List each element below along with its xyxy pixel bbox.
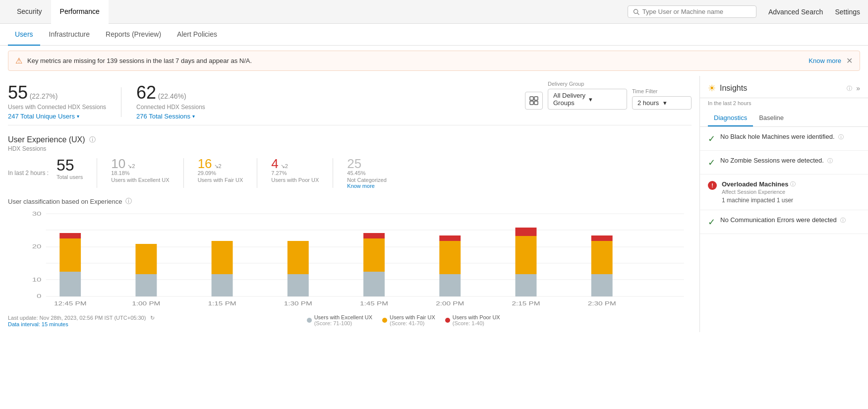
search-input[interactable] [642, 8, 751, 15]
alert-banner: ⚠ Key metrics are missing for 139 sessio… [8, 51, 860, 71]
svg-text:10: 10 [32, 277, 42, 283]
svg-text:30: 30 [32, 211, 42, 217]
know-more-link[interactable]: Know more [809, 57, 841, 64]
chart-title: User classification based on Experience [8, 198, 122, 205]
insight-comm-errors-text: No Communication Errors were detected [720, 216, 837, 224]
ux-poor-label: Users with Poor UX [271, 177, 319, 183]
ux-metric-divider-3 [257, 158, 257, 188]
insight-item-comm-errors: ✓ No Communication Errors were detected … [700, 210, 868, 234]
delivery-group-label: Delivery Group [548, 81, 627, 87]
ux-poor-pct: 7.27% [271, 170, 319, 176]
ux-poor-value: 4 [271, 157, 278, 170]
svg-rect-35 [591, 241, 613, 274]
stats-filters-row: 55 (22.27%) Users with Connected HDX Ses… [8, 76, 692, 125]
stats-row: 55 (22.27%) Users with Connected HDX Ses… [8, 76, 525, 125]
insights-tab-diagnostics[interactable]: Diagnostics [708, 110, 753, 126]
svg-rect-36 [591, 235, 613, 241]
insights-tab-baseline[interactable]: Baseline [753, 110, 790, 126]
insight-zombie-content: No Zombie Sessions were detected. ⓘ [720, 157, 833, 165]
data-interval-link[interactable]: Data interval: 15 minutes [8, 321, 155, 327]
insight-comm-errors-info-icon[interactable]: ⓘ [840, 217, 846, 223]
svg-rect-26 [363, 238, 385, 272]
ux-nc-pct: 45.45% [347, 170, 387, 176]
insight-overloaded-subtitle: Affect Session Experience [722, 189, 796, 195]
insight-item-zombie: ✓ No Zombie Sessions were detected. ⓘ [700, 151, 868, 175]
insight-comm-errors-content: No Communication Errors were detected ⓘ [720, 216, 846, 224]
insight-overloaded-info-icon[interactable]: ⓘ [790, 180, 796, 188]
connected-users-number: 55 [8, 82, 28, 103]
sub-tab-reports[interactable]: Reports (Preview) [99, 24, 168, 46]
svg-rect-29 [439, 241, 461, 274]
svg-text:1:15 PM: 1:15 PM [208, 301, 236, 307]
svg-rect-19 [135, 274, 157, 296]
svg-rect-25 [363, 272, 385, 296]
legend-excellent-dot [307, 318, 312, 323]
advanced-search-link[interactable]: Advanced Search [768, 8, 823, 16]
top-nav: Security Performance Advanced Search Set… [0, 0, 868, 24]
settings-link[interactable]: Settings [835, 8, 860, 16]
svg-rect-22 [212, 241, 233, 274]
svg-rect-2 [530, 97, 533, 100]
stat-divider [121, 87, 121, 117]
right-panel: ☀ Insights ⓘ » In the last 2 hours Diagn… [699, 76, 868, 332]
time-filter-value: 2 hours [637, 99, 660, 107]
svg-text:2:15 PM: 2:15 PM [512, 301, 540, 307]
ux-nc-know-more-link[interactable]: Know more [347, 183, 387, 189]
insight-blackhole-content: No Black hole Machines were identified. … [720, 133, 844, 141]
grid-icon [529, 96, 538, 105]
chart-area: User classification based on Experience … [8, 197, 692, 327]
legend-poor-dot [445, 318, 450, 323]
svg-text:1:45 PM: 1:45 PM [360, 301, 388, 307]
svg-rect-18 [59, 233, 81, 238]
ux-info-icon[interactable]: ⓘ [89, 135, 96, 144]
svg-line-1 [637, 13, 639, 14]
check-icon-2: ✓ [708, 157, 715, 168]
connected-users-label: Users with Connected HDX Sessions [8, 104, 106, 111]
legend-poor-label: Users with Poor UX(Score: 1-40) [453, 314, 500, 326]
chevron-down-icon-3: ▾ [589, 96, 622, 103]
ux-fair-value: 16 [198, 157, 212, 170]
ux-total-label: Total users [57, 174, 83, 180]
left-panel: 55 (22.27%) Users with Connected HDX Ses… [0, 76, 699, 332]
insights-expand-button[interactable]: » [856, 84, 860, 92]
chevron-down-icon: ▾ [77, 114, 79, 119]
chart-title-row: User classification based on Experience … [8, 197, 692, 206]
view-toggle-button[interactable] [525, 92, 543, 110]
search-box [628, 5, 756, 18]
legend-fair-dot [382, 318, 387, 323]
svg-rect-17 [59, 238, 81, 272]
ux-nc-label: Not Categorized [347, 177, 387, 183]
insights-info-icon[interactable]: ⓘ [847, 85, 852, 92]
sub-tab-users[interactable]: Users [8, 24, 40, 46]
svg-rect-34 [591, 274, 613, 296]
time-filter-select[interactable]: 2 hours ▾ [632, 96, 692, 110]
svg-rect-4 [530, 101, 533, 105]
refresh-icon[interactable]: ↻ [150, 315, 155, 321]
total-sessions-link[interactable]: 276 Total Sessions ▾ [136, 113, 195, 120]
ux-excellent-value: 10 [111, 157, 125, 170]
ux-excellent-metric: 10 ↘2 18.18% Users with Excellent UX [111, 157, 183, 183]
insights-header: ☀ Insights ⓘ » [700, 76, 868, 98]
ux-nc-value: 25 [347, 157, 387, 170]
bar-chart-svg: 30 20 10 0 [8, 209, 692, 308]
alert-close-button[interactable]: ✕ [846, 56, 853, 65]
connected-sessions-label: Connected HDX Sessions [136, 104, 205, 111]
delivery-group-select[interactable]: All Delivery Groups ▾ [548, 89, 627, 110]
insight-blackhole-info-icon[interactable]: ⓘ [838, 134, 844, 140]
svg-rect-27 [363, 233, 385, 238]
legend-excellent-label: Users with Excellent UX(Score: 71-100) [314, 314, 372, 326]
chart-info-icon[interactable]: ⓘ [125, 197, 132, 206]
nav-tab-performance[interactable]: Performance [51, 0, 109, 24]
ux-title: User Experience (UX) [8, 135, 85, 144]
total-unique-users-link[interactable]: 247 Total Unique Users ▾ [8, 113, 79, 120]
alert-text: Key metrics are missing for 139 sessions… [27, 57, 801, 64]
ux-poor-trend: ↘2 [281, 163, 288, 170]
nav-tab-security[interactable]: Security [8, 0, 51, 24]
sub-tab-alert-policies[interactable]: Alert Policies [170, 24, 224, 46]
sub-tab-infrastructure[interactable]: Infrastructure [42, 24, 97, 46]
svg-rect-28 [439, 274, 461, 296]
insight-zombie-info-icon[interactable]: ⓘ [827, 158, 833, 164]
sub-nav: Users Infrastructure Reports (Preview) A… [0, 24, 868, 46]
ux-fair-trend: ↘2 [214, 163, 222, 170]
ux-excellent-pct: 18.18% [111, 170, 169, 176]
